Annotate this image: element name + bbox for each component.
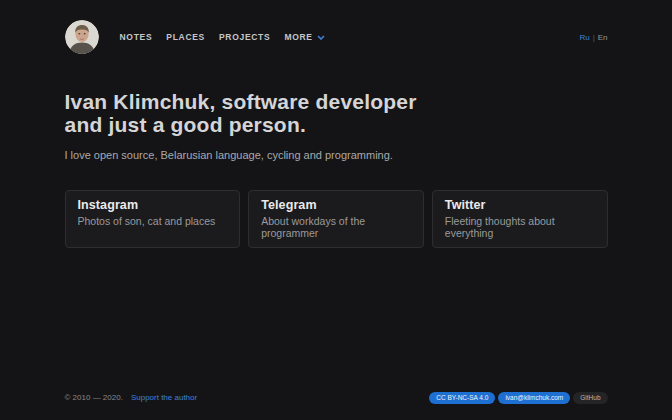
nav-item-more[interactable]: MORE	[284, 32, 324, 42]
support-author-link[interactable]: Support the author	[131, 393, 197, 402]
header: NOTES PLACES PROJECTS MORE Ru | En	[65, 0, 608, 54]
page: NOTES PLACES PROJECTS MORE Ru | En Ivan …	[65, 0, 608, 420]
chevron-down-icon	[317, 35, 325, 40]
lang-ru-link[interactable]: Ru	[579, 33, 589, 42]
footer: © 2010 — 2020. Support the author CC BY-…	[65, 392, 608, 420]
card-telegram-description: About workdays of the programmer	[261, 215, 411, 239]
main-nav: NOTES PLACES PROJECTS MORE	[106, 32, 325, 42]
avatar-photo	[65, 20, 99, 54]
page-title-line1: Ivan Klimchuk, software developer	[65, 90, 417, 113]
card-instagram-description: Photos of son, cat and places	[78, 215, 228, 227]
card-telegram[interactable]: Telegram About workdays of the programme…	[248, 190, 424, 248]
nav-item-projects[interactable]: PROJECTS	[219, 32, 270, 42]
badge-email[interactable]: ivan@klimchuk.com	[498, 392, 570, 405]
badge-license[interactable]: CC BY-NC-SA 4.0	[429, 392, 495, 405]
footer-left: © 2010 — 2020. Support the author	[65, 393, 198, 402]
page-title: Ivan Klimchuk, software developer and ju…	[65, 90, 608, 136]
lang-en-link[interactable]: En	[598, 33, 608, 42]
card-twitter-description: Fleeting thoughts about everything	[445, 215, 595, 239]
page-title-line2: and just a good person.	[65, 113, 306, 136]
card-twitter[interactable]: Twitter Fleeting thoughts about everythi…	[432, 190, 608, 248]
footer-badges: CC BY-NC-SA 4.0 ivan@klimchuk.com GitHub	[429, 392, 607, 405]
main-content: Ivan Klimchuk, software developer and ju…	[65, 54, 608, 248]
nav-item-places[interactable]: PLACES	[166, 32, 205, 42]
copyright-text: © 2010 — 2020.	[65, 393, 123, 402]
card-telegram-title: Telegram	[261, 198, 411, 212]
hero-subtitle: I love open source, Belarusian language,…	[65, 149, 608, 161]
card-instagram-title: Instagram	[78, 198, 228, 212]
card-twitter-title: Twitter	[445, 198, 595, 212]
badge-github[interactable]: GitHub	[573, 392, 607, 405]
nav-item-notes[interactable]: NOTES	[120, 32, 153, 42]
social-cards: Instagram Photos of son, cat and places …	[65, 190, 608, 248]
language-switcher: Ru | En	[579, 33, 607, 42]
avatar[interactable]	[65, 20, 99, 54]
card-instagram[interactable]: Instagram Photos of son, cat and places	[65, 190, 241, 248]
lang-separator: |	[593, 33, 595, 42]
nav-item-more-label: MORE	[284, 32, 312, 42]
